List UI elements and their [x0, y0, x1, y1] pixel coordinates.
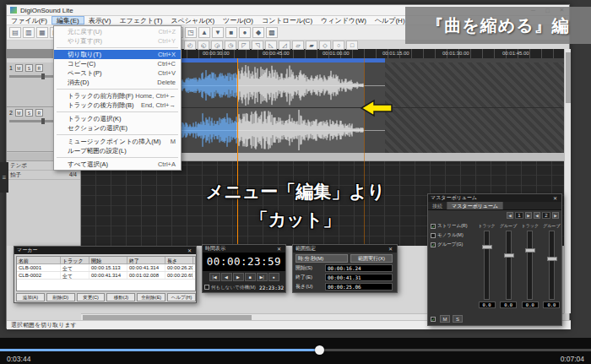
toolbar-icon[interactable]: ◺ [265, 41, 277, 50]
toolbar-icon[interactable]: ◸ [238, 41, 250, 50]
toolbar-icon[interactable]: ■ [225, 27, 237, 38]
move-button[interactable]: 移動(J) [106, 293, 135, 302]
vertical-scrollbar-thumb[interactable] [566, 52, 571, 103]
toolbar-icon[interactable]: ▩ [266, 27, 278, 38]
toolbar-icon[interactable]: ◳ [185, 27, 197, 38]
change-button[interactable]: 変更(C) [77, 293, 106, 302]
end-value-field[interactable]: 00:00:41.31 [325, 274, 393, 281]
menubar-edit[interactable]: 編集(E) [52, 16, 84, 24]
mute-button[interactable]: M [15, 64, 23, 72]
record-button[interactable]: R [35, 109, 43, 117]
toolbar-icon[interactable]: ▥ [23, 27, 35, 38]
table-row[interactable]: CLB-0002 全て 00:00:41.314 00:01:02.008 00… [17, 272, 195, 280]
caption-overlay: メニュー「編集」より 「カット」 [0, 177, 591, 233]
close-icon[interactable]: ✕ [387, 246, 394, 252]
menubar-tool[interactable]: ツール(O) [219, 16, 258, 24]
volume-fader[interactable] [484, 231, 490, 300]
solo-button[interactable]: S [25, 109, 33, 117]
toolbar-icon[interactable]: ◇ [319, 41, 331, 50]
caption-line2: 「カット」 [0, 205, 591, 233]
length-value-field[interactable]: 00:00:25.06 [325, 283, 393, 291]
fader-handle[interactable] [525, 248, 535, 253]
volume-fader[interactable] [506, 231, 512, 300]
solo-button[interactable]: S [453, 315, 463, 323]
menubar-window[interactable]: ウィンドウ(W) [317, 16, 371, 24]
group-checkbox[interactable]: ✓ [431, 242, 436, 247]
toolbar-icon[interactable]: ○ [333, 41, 344, 50]
seek-bar[interactable] [0, 349, 591, 351]
toolbar-icon[interactable]: ● [239, 27, 251, 38]
go-start-button[interactable]: |◀ [209, 273, 220, 281]
menubar-effect[interactable]: エフェクト(T) [115, 16, 166, 24]
wait-label: 何もしないで待機(M) [211, 285, 256, 291]
toolbar-icon[interactable]: ◴ [184, 41, 196, 50]
add-button[interactable]: 追加(A) [16, 293, 45, 302]
toolbar-icon[interactable]: ▤ [9, 27, 21, 38]
toolbar-icon[interactable]: ◶ [211, 41, 223, 50]
mute-button[interactable]: M [440, 315, 450, 323]
menu-item-insert-music-point[interactable]: ミュージックポイントの挿入(M)M [54, 137, 181, 146]
menu-item-clear[interactable]: 消去(D)Delete [54, 78, 181, 87]
menu-item-select-all[interactable]: すべて選択(A)Ctrl+A [54, 160, 181, 169]
toolbar-icon[interactable]: ◹ [252, 41, 263, 50]
menu-item-undo[interactable]: 元に戻す(U)Ctrl+Z [54, 27, 181, 36]
solo-button[interactable]: S [25, 64, 33, 72]
mute-button[interactable]: M [15, 109, 23, 117]
toolbar-icon[interactable]: ◆ [252, 27, 264, 38]
toolbar-icon[interactable]: ▱ [292, 41, 304, 50]
seek-knob[interactable] [315, 345, 324, 355]
wait-checkbox[interactable] [204, 285, 209, 290]
menubar-view[interactable]: 表示(V) [84, 16, 116, 24]
range-run-button[interactable]: 範囲実行(X) [350, 254, 393, 263]
menubar-file[interactable]: ファイル(F) [7, 16, 52, 24]
delete-button[interactable]: 削除(D) [46, 293, 75, 302]
play-button[interactable]: ▶ [233, 273, 244, 281]
fader-handle[interactable] [504, 253, 514, 258]
toolbar-icon[interactable]: ▦ [36, 27, 48, 38]
close-icon[interactable]: ✕ [186, 247, 193, 253]
menu-item-select-section[interactable]: セクションの選択(E) [54, 123, 181, 133]
table-row[interactable]: CLB-0001 全て 00:00:15.113 00:00:41.314 00… [17, 264, 195, 272]
menu-item-delete-front[interactable]: トラックの前方削除(F)Home, Ctrl+← [54, 91, 181, 101]
toolbar-icon[interactable]: ▲ [198, 27, 210, 38]
toolbar-icon[interactable]: ▼ [212, 27, 224, 38]
menu-item-copy[interactable]: コピー(C)Ctrl+C [54, 59, 181, 68]
record-button[interactable]: ● [268, 273, 279, 281]
delete-all-button[interactable]: 全削除(E) [137, 293, 165, 302]
time-window-titlebar: 時間表示 ✕ [203, 245, 285, 253]
menubar-special[interactable]: スペシャル(X) [166, 16, 219, 24]
link-checkbox[interactable]: ✓ [431, 317, 436, 322]
record-button[interactable]: R [35, 64, 43, 72]
fader-handle[interactable] [482, 245, 492, 249]
menu-item-paste[interactable]: ペースト(P)Ctrl+V [54, 68, 181, 78]
range-window: 範囲指定 ✕ 時:分:秒(M) 範囲実行(X) 開始(S) 00:00:16.2… [292, 244, 398, 293]
menu-item-delete-back[interactable]: トラックの後方削除(B)End, Ctrl+→ [54, 101, 181, 110]
volume-fader[interactable] [527, 231, 533, 300]
volume-fader[interactable] [549, 231, 555, 300]
go-end-button[interactable]: ▶| [257, 273, 268, 281]
menu-item-cut[interactable]: 切り取り(T)Ctrl+X [54, 50, 181, 59]
toolbar-icon[interactable]: ◿ [279, 41, 290, 50]
start-value-field[interactable]: 00:00:16.24 [325, 264, 393, 272]
fader-handle[interactable] [547, 257, 557, 261]
help-button[interactable]: ヘルプ(H) [167, 293, 196, 302]
ruler-label: 00:00:45.00 [263, 51, 290, 56]
rewind-button[interactable]: ◀ [221, 273, 232, 281]
close-icon[interactable]: ✕ [275, 246, 283, 252]
app-window: DigiOnSound Lite ─ □ ✕ ファイル(F) 編集(E) 表示(… [6, 4, 570, 329]
menu-item-select-track[interactable]: トラックの選択(K) [54, 114, 181, 123]
toolbar-icon[interactable]: ◷ [225, 41, 236, 50]
toolbar-icon[interactable]: □ [346, 41, 358, 50]
caption-line1: メニュー「編集」より [0, 177, 591, 205]
menubar-control[interactable]: コントロール(C) [258, 16, 317, 24]
mono-checkbox[interactable] [431, 233, 436, 238]
menu-item-redo[interactable]: やり直す(R)Ctrl+Y [54, 36, 181, 46]
menubar-help[interactable]: ヘルプ(H) [371, 16, 409, 24]
stop-button[interactable]: ■ [245, 273, 256, 281]
toolbar-icon[interactable]: ◵ [198, 41, 209, 50]
ruler-label: 00:01:30.00 [442, 51, 469, 56]
toolbar-icon[interactable]: ▰ [306, 41, 317, 50]
unit-select[interactable]: 時:分:秒(M) [296, 254, 348, 263]
menu-item-loop-range[interactable]: ループ範囲の設定(L) [54, 146, 181, 155]
range-window-titlebar: 範囲指定 ✕ [293, 245, 397, 253]
